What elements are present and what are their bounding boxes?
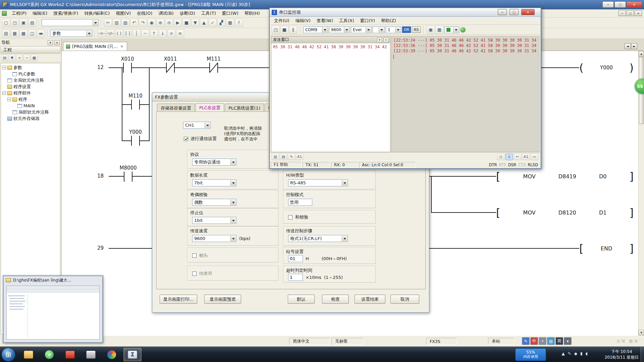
header-checkbox[interactable] xyxy=(192,253,197,258)
serial-restore-button[interactable]: ▢ xyxy=(509,9,519,15)
preview-thumbnail[interactable] xyxy=(6,286,100,340)
mdi-minimize-button[interactable]: ─ xyxy=(619,10,626,16)
maximize-button[interactable]: ▢ xyxy=(614,1,626,8)
target-combo[interactable]: 参数 xyxy=(50,30,92,37)
browser-app-button[interactable]: e xyxy=(40,348,58,361)
chevron-down-icon[interactable] xyxy=(322,27,327,33)
new-project-icon[interactable]: ▢ xyxy=(2,19,10,27)
chevron-down-icon[interactable] xyxy=(86,31,92,36)
contact-m110[interactable]: M110 xyxy=(131,100,140,110)
redo-icon[interactable]: ↷ xyxy=(139,19,147,27)
encoding-icon[interactable]: A1 xyxy=(522,154,530,160)
editor-app-button[interactable] xyxy=(82,348,100,361)
tree-item-global-device-comment[interactable]: 全局软元件注释 xyxy=(1,77,60,83)
save-project-icon[interactable]: ▣ xyxy=(19,19,28,27)
tab-scroll-left-icon[interactable]: ◄ xyxy=(625,43,631,49)
start-button[interactable]: ⊞ xyxy=(1,348,15,362)
send-data[interactable]: 05 30 31 46 46 42 52 41 58 30 30 30 30 3… xyxy=(271,43,390,51)
delete-line-icon[interactable]: × xyxy=(167,29,175,38)
tree-item-plc-parameter[interactable]: PLC参数 xyxy=(1,71,60,77)
coil-y000[interactable]: ( Y000 ) xyxy=(579,62,634,73)
contact-m8000[interactable]: M8000 xyxy=(124,172,132,182)
verify-icon[interactable]: ✓ xyxy=(209,19,217,27)
falling-pulse-icon[interactable]: ↓ xyxy=(159,29,167,38)
menu-item[interactable]: 工程(P) xyxy=(9,9,30,17)
close-tab-icon[interactable]: × xyxy=(120,44,124,49)
monitor-start-icon[interactable]: ▶ xyxy=(174,19,182,27)
pause-icon[interactable]: ‖ xyxy=(289,26,297,34)
color-combo[interactable] xyxy=(444,26,459,33)
globe-icon[interactable] xyxy=(460,27,466,33)
serial-titlebar[interactable]: Σ 串口监控器 ─ ▢ × xyxy=(270,8,541,17)
window-mode-icon[interactable]: ▭ xyxy=(531,154,538,160)
horizontal-line-icon[interactable]: ─ xyxy=(141,29,149,38)
chevron-down-icon[interactable] xyxy=(230,218,236,223)
menu-item[interactable]: 转换/编译(C) xyxy=(81,9,113,17)
menu-item[interactable]: 在线(O) xyxy=(134,9,155,17)
channel-combo[interactable]: CH1 xyxy=(183,122,211,129)
receive-area[interactable]: [22:53:24 ---] 05 30 31 46 46 42 52 41 5… xyxy=(391,36,539,152)
chevron-down-icon[interactable] xyxy=(205,122,210,128)
menu-item[interactable]: 窗口(W) xyxy=(219,9,241,17)
serial-monitor-app-button[interactable]: Σ xyxy=(123,348,142,361)
communication-setting-checkbox[interactable] xyxy=(184,137,188,141)
menu-item[interactable]: 帮助(H) xyxy=(241,9,263,17)
open-log-icon[interactable]: ◳ xyxy=(272,26,280,34)
tree-item-program-setting[interactable]: 程序设置 xyxy=(1,83,60,90)
nav-collapse-all-icon[interactable]: − xyxy=(23,55,30,61)
cascade-windows-icon[interactable]: ▣ xyxy=(427,26,435,34)
chevron-down-icon[interactable] xyxy=(342,236,347,241)
print-screen-button[interactable]: 显示画面打印... xyxy=(160,295,197,304)
project-view-icon[interactable]: ▤ xyxy=(2,29,10,38)
newline-icon[interactable]: ↵ xyxy=(514,154,521,160)
nav-sort-icon[interactable]: ▤ xyxy=(1,55,8,61)
mdi-child-icon[interactable] xyxy=(2,11,7,16)
collapse-icon[interactable]: − xyxy=(2,91,6,95)
show-desktop-button[interactable] xyxy=(641,347,644,362)
edit-mode-icon[interactable]: ✎ xyxy=(288,154,295,160)
paste-icon[interactable]: ▧ xyxy=(121,19,129,27)
monitor-stop-icon[interactable]: ■ xyxy=(182,19,191,27)
gx-app-button[interactable] xyxy=(61,348,79,361)
tab-main-program[interactable]: [PRG]读取 MAIN (只... × xyxy=(63,42,127,51)
transfer-control-combo[interactable]: 格式1(无CR,LF) xyxy=(288,235,348,242)
taskbar-clock[interactable]: 下午 10:54 2018/3/11 星期日 xyxy=(605,349,639,360)
volume-tray-icon[interactable]: ◖ xyxy=(586,351,588,356)
font-icon[interactable]: A1 xyxy=(296,154,303,160)
open-project-icon[interactable]: ◳ xyxy=(11,19,19,27)
data-length-combo[interactable]: 7bit xyxy=(192,179,236,186)
ime-lang-icon[interactable]: 中 xyxy=(530,337,538,345)
memory-usage-widget[interactable]: 55% 内存使用 xyxy=(515,348,546,361)
pen-tray-icon[interactable]: ✎ xyxy=(568,351,571,356)
ime-mode-icon[interactable]: • xyxy=(539,337,546,345)
tab-scroll-right-icon[interactable]: ► xyxy=(631,43,637,49)
serial-menu-item[interactable]: 窗口(Y) xyxy=(357,17,378,25)
statement-icon[interactable]: ≡ xyxy=(176,29,184,38)
pin-icon[interactable]: ▾ xyxy=(48,40,53,45)
nav-expand-all-icon[interactable]: + xyxy=(16,55,23,61)
timeout-input[interactable] xyxy=(288,274,303,281)
zoom-in-icon[interactable]: ⊕ xyxy=(156,19,164,27)
explorer-preview-window[interactable]: D:\gho\FX编程\san ling\建大... xyxy=(3,276,103,343)
menu-item[interactable]: 搜索/替换(F) xyxy=(50,9,81,17)
scroll-down-icon[interactable]: ▼ xyxy=(639,330,644,336)
tree-item-local-device-comment[interactable]: 局部软元件注释 xyxy=(1,109,60,115)
help-icon[interactable]: ? xyxy=(235,19,243,27)
display-combo[interactable] xyxy=(373,26,385,33)
serial-close-button[interactable]: × xyxy=(521,9,535,15)
chevron-down-icon[interactable] xyxy=(230,236,236,241)
menu-item[interactable]: 调试(B) xyxy=(155,9,176,17)
network-tray-icon[interactable]: ▮ xyxy=(580,351,583,356)
stop-icon[interactable]: ■ xyxy=(280,26,288,34)
open-contact-icon[interactable]: ⊣⊢ xyxy=(98,29,106,38)
menu-item[interactable]: 编辑(E) xyxy=(30,9,50,17)
chevron-down-icon[interactable] xyxy=(93,20,98,25)
watch-window-icon[interactable]: ▩ xyxy=(19,29,28,38)
device-view-icon[interactable]: ▦ xyxy=(11,29,19,38)
timestamp-icon[interactable]: ◷ xyxy=(497,154,504,160)
chevron-down-icon[interactable] xyxy=(230,159,236,165)
collapse-icon[interactable]: − xyxy=(7,98,11,101)
docking-icon[interactable]: ▬ xyxy=(37,29,45,38)
instruction-end[interactable]: [ END ] xyxy=(579,243,634,254)
cut-icon[interactable]: ✂ xyxy=(104,19,112,27)
